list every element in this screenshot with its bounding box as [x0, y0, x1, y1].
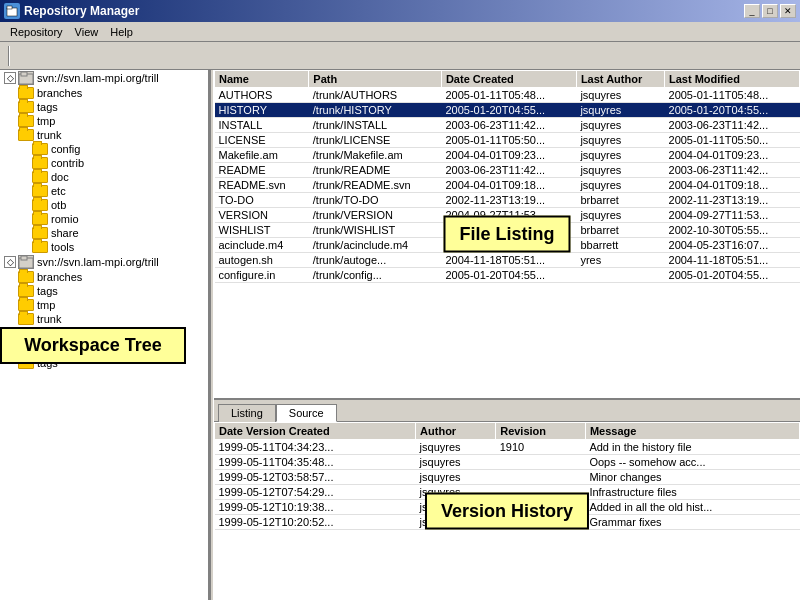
maximize-button[interactable]: □ — [762, 4, 778, 18]
list-item[interactable]: 1999-05-12T10:20:52...jsquyres1933Gramma… — [215, 515, 800, 530]
table-row[interactable]: README.svn/trunk/README.svn2004-04-01T09… — [215, 178, 800, 193]
version-cell: jsquyres — [416, 515, 496, 530]
tree-item[interactable]: etc — [0, 184, 208, 198]
tree-item[interactable]: ◇svn://svn.lam-mpi.org/trill — [0, 326, 208, 342]
folder-icon — [18, 357, 34, 369]
tree-item[interactable]: tags — [0, 100, 208, 114]
tree-item[interactable]: doc — [0, 170, 208, 184]
main-layout: ◇svn://svn.lam-mpi.org/trillbranchestags… — [0, 70, 800, 600]
tree-item[interactable]: ◇svn://svn.lam-mpi.org/trill — [0, 254, 208, 270]
table-cell: 2005-01-11T05:48... — [441, 88, 576, 103]
table-cell: 2005-01-20T04:55... — [441, 103, 576, 118]
table-cell: acinclude.m4 — [215, 238, 309, 253]
tree-item[interactable]: trunk — [0, 312, 208, 326]
tree-item[interactable]: branches — [0, 342, 208, 356]
tree-item[interactable]: contrib — [0, 156, 208, 170]
folder-icon — [18, 285, 34, 297]
tree-item[interactable]: share — [0, 226, 208, 240]
table-row[interactable]: VERSION/trunk/VERSION2004-09-27T11:53...… — [215, 208, 800, 223]
tree-item[interactable]: tmp — [0, 298, 208, 312]
list-item[interactable]: 1999-05-11T04:34:23...jsquyres1910Add in… — [215, 440, 800, 455]
tree-item[interactable]: otb — [0, 198, 208, 212]
file-col-header: Path — [309, 71, 442, 88]
table-row[interactable]: LICENSE/trunk/LICENSE2005-01-11T05:50...… — [215, 133, 800, 148]
folder-icon — [18, 115, 34, 127]
version-cell: Oops -- somehow acc... — [585, 455, 799, 470]
table-row[interactable]: TO-DO/trunk/TO-DO2002-11-23T13:19...brba… — [215, 193, 800, 208]
expand-icon[interactable]: ◇ — [4, 72, 16, 84]
table-row[interactable]: README/trunk/README2003-06-23T11:42...js… — [215, 163, 800, 178]
tree-item-label: svn://svn.lam-mpi.org/trill — [37, 328, 159, 340]
tree-item[interactable]: romio — [0, 212, 208, 226]
version-cell: jsquyres — [416, 485, 496, 500]
bottom-panel: ListingSource Date Version CreatedAuthor… — [214, 400, 800, 600]
version-cell: 1999-05-12T03:58:57... — [215, 470, 416, 485]
table-cell: 2003-06-23T11:42... — [665, 163, 800, 178]
table-row[interactable]: acinclude.m4/trunk/acinclude.m42004-05-2… — [215, 238, 800, 253]
expand-icon[interactable]: ◇ — [4, 328, 16, 340]
table-cell: jsquyres — [576, 148, 664, 163]
menu-repository[interactable]: Repository — [4, 25, 69, 39]
tab-listing[interactable]: Listing — [218, 404, 276, 422]
list-item[interactable]: 1999-05-12T07:54:29...jsquyresInfrastruc… — [215, 485, 800, 500]
table-cell: jsquyres — [576, 88, 664, 103]
table-cell: jsquyres — [576, 103, 664, 118]
folder-icon — [32, 199, 48, 211]
list-item[interactable]: 1999-05-11T04:35:48...jsquyresOops -- so… — [215, 455, 800, 470]
tree-item[interactable]: tools — [0, 240, 208, 254]
file-col-header: Last Modified — [665, 71, 800, 88]
svg-rect-3 — [21, 72, 27, 76]
tree-item[interactable]: trunk — [0, 128, 208, 142]
list-item[interactable]: 1999-05-12T10:19:38...jsquyres1931Added … — [215, 500, 800, 515]
tree-item[interactable]: branches — [0, 86, 208, 100]
table-cell: TO-DO — [215, 193, 309, 208]
tree-item-label: share — [51, 227, 79, 239]
version-table: Date Version CreatedAuthorRevisionMessag… — [214, 422, 800, 530]
table-cell: HISTORY — [215, 103, 309, 118]
tree-item-label: tools — [51, 241, 74, 253]
table-row[interactable]: AUTHORS/trunk/AUTHORS2005-01-11T05:48...… — [215, 88, 800, 103]
folder-icon — [32, 227, 48, 239]
table-cell: WISHLIST — [215, 223, 309, 238]
table-cell: autogen.sh — [215, 253, 309, 268]
tree-item[interactable]: ◇svn://svn.lam-mpi.org/trill — [0, 70, 208, 86]
table-cell: 2004-09-27T11:53... — [665, 208, 800, 223]
menu-view[interactable]: View — [69, 25, 105, 39]
file-listing-panel[interactable]: NamePathDate CreatedLast AuthorLast Modi… — [214, 70, 800, 400]
version-cell: Added in all the old hist... — [585, 500, 799, 515]
table-cell: 2004-05-23T16:07... — [441, 238, 576, 253]
version-table-container[interactable]: Date Version CreatedAuthorRevisionMessag… — [214, 422, 800, 600]
table-cell: configure.in — [215, 268, 309, 283]
tree-item-label: svn://svn.lam-mpi.org/trill — [37, 256, 159, 268]
tree-panel: ◇svn://svn.lam-mpi.org/trillbranchestags… — [0, 70, 210, 600]
minimize-button[interactable]: _ — [744, 4, 760, 18]
version-cell: 1999-05-11T04:34:23... — [215, 440, 416, 455]
table-cell: jsquyres — [576, 133, 664, 148]
menu-bar: Repository View Help — [0, 22, 800, 42]
table-row[interactable]: HISTORY/trunk/HISTORY2005-01-20T04:55...… — [215, 103, 800, 118]
list-item[interactable]: 1999-05-12T03:58:57...jsquyresMinor chan… — [215, 470, 800, 485]
table-row[interactable]: configure.in/trunk/config...2005-01-20T0… — [215, 268, 800, 283]
tab-source[interactable]: Source — [276, 404, 337, 422]
tree-item[interactable]: config — [0, 142, 208, 156]
table-cell: jsquyres — [576, 163, 664, 178]
tree-item[interactable]: tmp — [0, 114, 208, 128]
expand-icon[interactable]: ◇ — [4, 256, 16, 268]
tree-item[interactable]: tags — [0, 284, 208, 298]
title-bar: Repository Manager _ □ ✕ — [0, 0, 800, 22]
menu-help[interactable]: Help — [104, 25, 139, 39]
tree-item[interactable]: tags — [0, 356, 208, 370]
folder-icon — [18, 101, 34, 113]
table-row[interactable]: WISHLIST/trunk/WISHLIST2002-10-30T05:55.… — [215, 223, 800, 238]
folder-icon — [18, 343, 34, 355]
table-row[interactable]: autogen.sh/trunk/autoge...2004-11-18T05:… — [215, 253, 800, 268]
table-row[interactable]: Makefile.am/trunk/Makefile.am2004-04-01T… — [215, 148, 800, 163]
version-cell — [496, 455, 586, 470]
table-cell: 2005-01-11T05:48... — [665, 88, 800, 103]
tree-content[interactable]: ◇svn://svn.lam-mpi.org/trillbranchestags… — [0, 70, 208, 370]
close-button[interactable]: ✕ — [780, 4, 796, 18]
tree-item[interactable]: branches — [0, 270, 208, 284]
version-cell: 1931 — [496, 500, 586, 515]
table-row[interactable]: INSTALL/trunk/INSTALL2003-06-23T11:42...… — [215, 118, 800, 133]
table-cell: jsquyres — [576, 118, 664, 133]
